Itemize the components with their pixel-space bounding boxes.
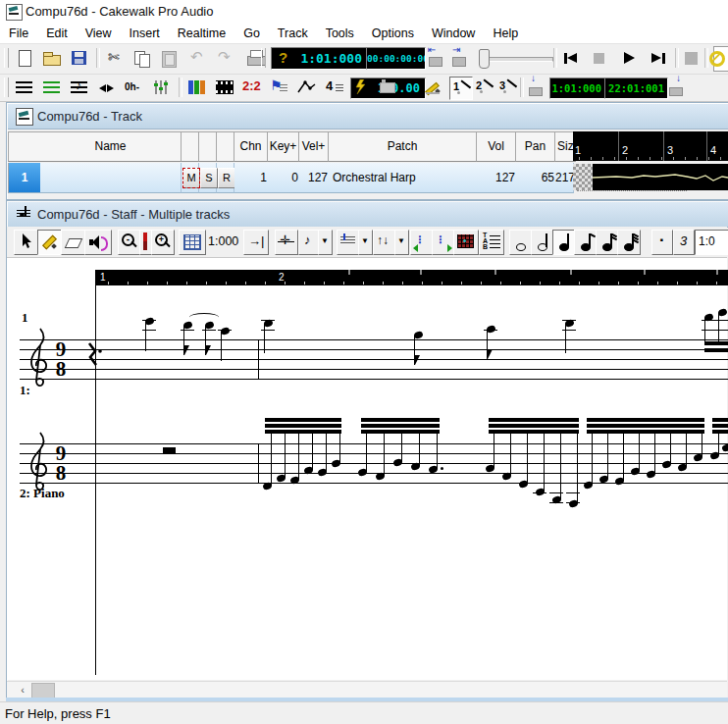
- col-header-solo[interactable]: [199, 131, 217, 162]
- duration-eighth-button[interactable]: [574, 230, 598, 255]
- track-view-button[interactable]: [12, 77, 37, 98]
- duration-dot-button[interactable]: ·: [651, 230, 673, 255]
- menu-file[interactable]: File: [0, 25, 37, 44]
- record-button[interactable]: [679, 47, 704, 70]
- sysx-view-button[interactable]: [349, 77, 375, 98]
- fretboard-button[interactable]: [453, 230, 479, 255]
- cut-button[interactable]: ✄: [102, 47, 128, 70]
- help-button[interactable]: ?: [271, 47, 296, 70]
- track-patch-cell[interactable]: Orchestral Harp: [329, 163, 481, 193]
- tempo-view-button[interactable]: [294, 77, 320, 98]
- select-tool-button[interactable]: [14, 230, 39, 255]
- layouts-button[interactable]: [377, 77, 398, 98]
- save-file-button[interactable]: [67, 47, 92, 70]
- tempo-ratio-2-button[interactable]: 2: [473, 77, 494, 98]
- horizontal-scrollbar[interactable]: ‹: [7, 681, 727, 698]
- new-file-button[interactable]: [12, 47, 37, 70]
- col-header-vol[interactable]: Vol: [477, 131, 516, 162]
- duration-quarter-button[interactable]: [552, 230, 576, 255]
- step-back-button[interactable]: ⇤: [426, 47, 445, 70]
- erase-tool-button[interactable]: [61, 230, 86, 255]
- menu-help[interactable]: Help: [484, 25, 527, 44]
- mute-button[interactable]: M: [182, 168, 200, 188]
- staff-window-titlebar[interactable]: Compu76d - Staff - Multiple tracks: [8, 202, 728, 228]
- score-surface[interactable]: [7, 258, 727, 680]
- col-header-mute[interactable]: [182, 131, 199, 162]
- audio-view-button[interactable]: [94, 77, 120, 98]
- note-value-dropdown[interactable]: ▼: [318, 230, 333, 255]
- note-value-box[interactable]: ♪: [298, 230, 320, 255]
- open-file-button[interactable]: [39, 47, 65, 70]
- tempo-ratio-1-button[interactable]: 1: [449, 77, 473, 100]
- stop-button[interactable]: [587, 47, 612, 70]
- step-record-back-button[interactable]: ⁝: [410, 230, 434, 255]
- duration-sixteenth-button[interactable]: [596, 230, 619, 255]
- duration-triplet-button[interactable]: 3: [673, 230, 695, 255]
- track-chn-cell[interactable]: 1: [234, 163, 272, 193]
- scroll-left-arrow[interactable]: ‹: [15, 683, 30, 698]
- position-slider-thumb[interactable]: [479, 49, 490, 69]
- meter-key-view-button[interactable]: 4: [322, 77, 347, 98]
- col-header-name[interactable]: Name: [40, 131, 182, 162]
- layout-box[interactable]: [337, 230, 360, 255]
- play-button[interactable]: [616, 47, 642, 70]
- copy-button[interactable]: [130, 47, 155, 70]
- track-vol-cell[interactable]: 127: [477, 163, 520, 193]
- audition-tool-button[interactable]: [84, 230, 112, 255]
- zoom-in-button[interactable]: +: [151, 230, 175, 255]
- col-header-patch[interactable]: Patch: [329, 131, 477, 162]
- panic-button[interactable]: [706, 47, 724, 70]
- redo-button[interactable]: ↷: [214, 47, 239, 70]
- tab-view-button[interactable]: TAB: [479, 230, 504, 255]
- col-header-record[interactable]: [217, 131, 234, 162]
- step-forward-button[interactable]: ⇥: [449, 47, 469, 70]
- tempo-ratio-3-button[interactable]: 3: [496, 77, 518, 98]
- rewind-button[interactable]: [557, 47, 583, 70]
- undo-button[interactable]: ↶: [186, 47, 212, 70]
- set-thru-button[interactable]: ↓: [667, 77, 687, 98]
- menu-view[interactable]: View: [77, 25, 121, 44]
- snap-grid-button[interactable]: [179, 230, 206, 255]
- draw-tool-button[interactable]: [37, 230, 63, 255]
- step-record-forward-button[interactable]: ⁝: [432, 230, 455, 255]
- faders-view-button[interactable]: [149, 77, 175, 98]
- staff-view-button[interactable]: ♪: [67, 77, 92, 98]
- set-from-button[interactable]: ↓: [526, 77, 546, 98]
- transpose-dropdown[interactable]: ▼: [394, 230, 409, 255]
- track-name-cell[interactable]: [40, 163, 182, 193]
- transpose-box[interactable]: ↑↓: [373, 230, 396, 255]
- zoom-out-button[interactable]: -: [118, 230, 141, 255]
- tempo-ratio-edit-button[interactable]: [422, 77, 445, 98]
- title-bar[interactable]: Compu76d - Cakewalk Pro Audio: [0, 0, 728, 25]
- menu-options[interactable]: Options: [363, 25, 423, 44]
- position-slider-track[interactable]: [483, 57, 553, 62]
- track-key-cell[interactable]: 0: [268, 163, 303, 193]
- snap-resolution-value[interactable]: 1:000: [208, 234, 238, 248]
- col-header-vel[interactable]: Vel+: [299, 131, 329, 162]
- menu-go[interactable]: Go: [234, 25, 269, 44]
- paste-button[interactable]: [157, 47, 182, 70]
- piano-roll-view-button[interactable]: 0h-: [122, 77, 147, 98]
- track-window-titlebar[interactable]: Compu76d - Track: [8, 104, 728, 129]
- console-view-button[interactable]: [184, 77, 210, 98]
- duration-whole-button[interactable]: [509, 230, 533, 255]
- menu-window[interactable]: Window: [423, 25, 484, 44]
- menu-track[interactable]: Track: [269, 25, 317, 44]
- go-to-end-button[interactable]: [646, 47, 671, 70]
- track-vel-cell[interactable]: 127: [299, 163, 333, 193]
- track-ruler[interactable]: 1234: [573, 131, 728, 161]
- big-time-view-button[interactable]: 2:2: [239, 77, 265, 98]
- track-pan-cell[interactable]: 65: [516, 163, 559, 193]
- event-list-view-button[interactable]: [39, 77, 65, 98]
- thru-time-display[interactable]: 22:01:001: [604, 78, 668, 99]
- crosshair-button[interactable]: ✛: [275, 230, 298, 255]
- midi-clip[interactable]: [593, 164, 728, 190]
- col-header-key[interactable]: Key+: [268, 131, 299, 162]
- track-size-cell[interactable]: 217: [555, 163, 574, 193]
- menu-insert[interactable]: Insert: [121, 25, 169, 44]
- duration-thirtysecond-button[interactable]: [617, 230, 641, 255]
- solo-button[interactable]: S: [200, 168, 218, 188]
- col-header-pan[interactable]: Pan: [516, 131, 555, 162]
- video-view-button[interactable]: [212, 77, 237, 98]
- col-header-number[interactable]: [8, 131, 41, 162]
